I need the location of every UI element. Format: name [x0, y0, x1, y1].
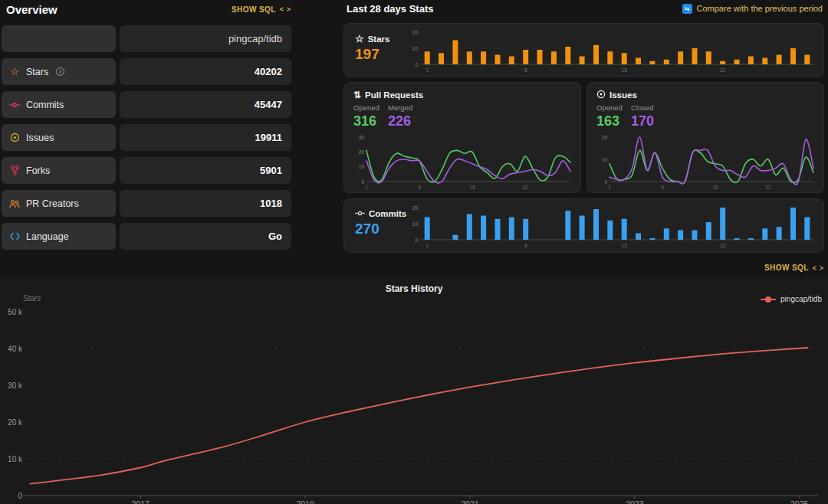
stars-history-panel: Stars History Stars pingcap/tidb 010 k20…: [0, 277, 828, 504]
issues-label-cell: Issues: [2, 124, 116, 151]
stars-daily-card: ☆ Stars 197 01020181522: [343, 23, 824, 77]
svg-text:15: 15: [622, 67, 628, 73]
overview-header: Overview SHOW SQL < >: [0, 0, 293, 17]
issues-closed-value: 170: [631, 113, 665, 129]
overview-table: pingcap/tidb ☆ Stars i 40202 Co: [0, 25, 293, 250]
stars-history-line-chart: 010 k20 k30 k40 k50 k2017201920212023202…: [0, 277, 828, 504]
svg-text:50 k: 50 k: [8, 308, 23, 316]
info-icon[interactable]: i: [56, 67, 64, 76]
svg-text:22: 22: [522, 185, 528, 190]
issues-sublabels: Opened Closed: [596, 103, 817, 112]
compare-label: Compare with the previous period: [697, 4, 823, 13]
svg-text:20: 20: [412, 205, 419, 211]
table-row-commits: Commits 45447: [2, 91, 293, 118]
svg-text:10 k: 10 k: [8, 455, 23, 463]
svg-text:1: 1: [426, 67, 429, 73]
star-icon: ☆: [355, 34, 364, 44]
code-brackets-icon: < >: [280, 5, 291, 13]
stats-header: Last 28 days Stats ⇆ Compare with the pr…: [343, 0, 824, 15]
forks-label-cell: Forks: [2, 157, 116, 184]
overview-show-sql-link[interactable]: SHOW SQL < >: [232, 5, 291, 14]
svg-text:1: 1: [608, 185, 611, 190]
svg-text:15: 15: [712, 185, 718, 190]
compare-previous-period-link[interactable]: ⇆ Compare with the previous period: [682, 4, 823, 14]
pr-creators-value: 1018: [120, 190, 291, 217]
forks-value: 5901: [120, 157, 291, 184]
pr-subvalues: 316 226: [353, 113, 574, 129]
pr-merged-label: Merged: [388, 103, 422, 112]
stars-label: Stars: [26, 67, 48, 77]
show-sql-label: SHOW SQL: [232, 5, 276, 14]
forks-label: Forks: [26, 165, 50, 176]
svg-text:22: 22: [720, 67, 726, 73]
svg-text:1: 1: [426, 243, 429, 248]
svg-text:0: 0: [18, 492, 22, 500]
issues-card: Issues Opened Closed 163 170 01020181522: [586, 82, 824, 193]
svg-text:20: 20: [602, 135, 608, 140]
pr-creators-label-cell: PR Creators: [2, 190, 116, 217]
code-icon: [9, 232, 20, 241]
svg-text:8: 8: [524, 243, 527, 248]
pr-opened-label: Opened: [353, 103, 388, 112]
svg-text:0: 0: [415, 237, 418, 243]
pull-request-icon: ⇅: [353, 90, 361, 100]
repo-name-value: pingcap/tidb: [120, 25, 291, 52]
y-axis-name: Stars: [23, 294, 41, 303]
code-brackets-icon: < >: [813, 264, 824, 272]
people-icon: [9, 199, 20, 208]
svg-text:20: 20: [359, 149, 365, 155]
issues-opened-value: 163: [596, 113, 631, 129]
issue-icon: [9, 133, 20, 142]
overview-title: Overview: [6, 3, 58, 16]
stars-card-title: ☆ Stars: [355, 34, 407, 44]
pr-card-title: ⇅ Pull Requests: [353, 90, 574, 100]
stars-daily-bar-chart: 01020181522: [407, 27, 820, 74]
pr-sublabels: Opened Merged: [353, 103, 574, 112]
pr-creators-label: PR Creators: [26, 198, 79, 209]
language-value: Go: [120, 223, 291, 250]
svg-text:10: 10: [602, 157, 608, 162]
pr-daily-line-chart: 0102030181522: [353, 132, 576, 191]
issues-daily-line-chart: 01020181522: [596, 132, 819, 191]
stats-title: Last 28 days Stats: [347, 3, 433, 15]
commits-card-info: Commits 270: [344, 199, 407, 252]
table-row-issues: Issues 19911: [2, 124, 293, 151]
svg-text:22: 22: [720, 243, 726, 248]
issues-value: 19911: [120, 124, 291, 151]
commits-daily-bar-chart: 01020181522: [407, 202, 820, 250]
svg-text:30 k: 30 k: [8, 381, 23, 390]
commits-value: 45447: [120, 91, 291, 118]
issue-icon: [596, 90, 606, 100]
history-show-sql-link[interactable]: SHOW SQL < >: [764, 263, 824, 272]
stars-28d-value: 197: [355, 46, 407, 63]
repo-name: pingcap/tidb: [228, 33, 282, 44]
svg-text:8: 8: [524, 67, 527, 73]
svg-text:22: 22: [765, 185, 771, 190]
language-label: Language: [26, 231, 69, 242]
legend-line-marker: [761, 296, 776, 303]
svg-text:8: 8: [418, 185, 421, 190]
commits-card-title: Commits: [355, 209, 407, 218]
compare-toggle-icon: ⇆: [682, 4, 692, 14]
pr-opened-value: 316: [353, 113, 388, 129]
legend-label: pingcap/tidb: [780, 295, 822, 303]
issues-closed-label: Closed: [631, 103, 665, 112]
stars-label-cell: ☆ Stars i: [2, 58, 116, 85]
star-icon: ☆: [9, 67, 20, 77]
repo-label-cell: [2, 25, 116, 52]
svg-text:0: 0: [415, 62, 418, 67]
fork-icon: [9, 165, 20, 175]
svg-text:1: 1: [365, 185, 368, 190]
show-sql-label: SHOW SQL: [764, 263, 809, 272]
commits-label: Commits: [26, 100, 64, 110]
svg-text:30: 30: [359, 135, 365, 140]
svg-text:2017: 2017: [132, 499, 150, 504]
svg-text:15: 15: [469, 185, 475, 190]
table-row-language: Language Go: [2, 223, 293, 250]
dashboard-root: Overview SHOW SQL < > pingcap/tidb ☆ Sta…: [0, 0, 828, 504]
legend-pingcap-tidb[interactable]: pingcap/tidb: [761, 295, 822, 303]
commits-daily-card: Commits 270 01020181522: [343, 198, 824, 253]
issues-card-title: Issues: [596, 90, 817, 100]
stats-section: Last 28 days Stats ⇆ Compare with the pr…: [343, 0, 824, 15]
stars-card-info: ☆ Stars 197: [344, 24, 407, 77]
